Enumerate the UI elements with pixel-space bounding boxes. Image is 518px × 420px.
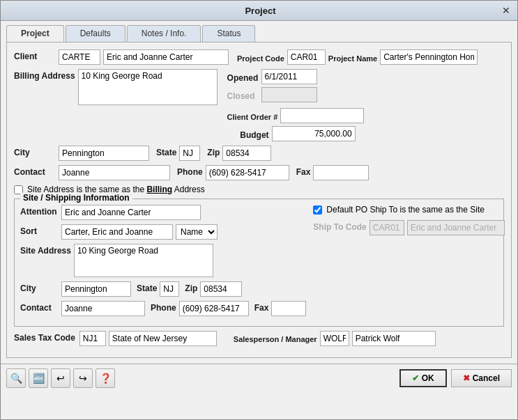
ship-to-code-input[interactable] xyxy=(370,220,404,235)
site-fax-input[interactable] xyxy=(271,301,306,316)
row-contact: Contact Phone Fax xyxy=(14,165,504,180)
label-site-address: Site Address xyxy=(20,244,71,256)
label-sort: Sort xyxy=(20,224,59,236)
label-zip: Zip xyxy=(207,146,220,157)
site-address-input[interactable] xyxy=(74,244,213,277)
label-site-phone: Phone xyxy=(151,301,176,313)
client-order-input[interactable] xyxy=(280,108,364,123)
site-city-input[interactable] xyxy=(61,281,131,297)
site-contact-input[interactable] xyxy=(61,301,145,316)
ok-button[interactable]: ✔ OK xyxy=(399,369,447,387)
project-name-input[interactable] xyxy=(380,49,478,65)
contact-input[interactable] xyxy=(59,165,170,180)
tab-content-project: Client Project Code Project Name Billing… xyxy=(6,42,512,358)
default-po-label: Default PO Ship To is the same as the Si… xyxy=(326,205,485,215)
site-zip-input[interactable] xyxy=(200,281,242,297)
label-project-code: Project Code xyxy=(237,52,284,63)
row-billing: Billing Address document.addEventListene… xyxy=(14,69,504,141)
site-phone-input[interactable] xyxy=(179,301,249,316)
site-state-input[interactable] xyxy=(160,281,179,297)
row-sort: Sort Name Code xyxy=(20,224,306,240)
tab-status[interactable]: Status xyxy=(202,25,255,42)
row-sales: Sales Tax Code Salesperson / Manager xyxy=(14,331,504,346)
city-input[interactable] xyxy=(59,146,149,161)
undo-icon-button[interactable]: ↩ xyxy=(51,368,70,388)
client-name-input[interactable] xyxy=(103,49,229,65)
label-sales-tax-code: Sales Tax Code xyxy=(14,331,75,343)
label-budget: Budget xyxy=(227,128,269,140)
window-title: Project xyxy=(20,6,501,16)
abc-icon-button[interactable]: 🔤 xyxy=(29,368,48,388)
attention-input[interactable] xyxy=(61,205,201,220)
sales-tax-desc-input[interactable] xyxy=(109,331,217,346)
label-contact: Contact xyxy=(14,165,56,177)
sales-tax-code-input[interactable] xyxy=(79,331,106,346)
salesperson-name-input[interactable] xyxy=(352,331,436,346)
label-site-zip: Zip xyxy=(185,281,197,293)
tab-bar: Project Defaults Notes / Info. Status xyxy=(1,21,517,42)
site-group-title: Site / Shipping Information xyxy=(20,193,132,203)
zip-input[interactable] xyxy=(222,146,271,161)
label-site-city: City xyxy=(20,281,59,293)
redo-icon-button[interactable]: ↪ xyxy=(73,368,93,388)
row-city: City State Zip xyxy=(14,146,504,161)
closed-input[interactable] xyxy=(261,87,317,102)
cancel-label: Cancel xyxy=(473,373,500,383)
ok-check-icon: ✔ xyxy=(412,373,419,383)
label-client: Client xyxy=(14,49,56,61)
action-buttons: ✔ OK ✖ Cancel xyxy=(399,369,512,387)
default-po-checkbox[interactable] xyxy=(313,205,322,215)
label-attention: Attention xyxy=(20,205,59,217)
row-site-contact: Contact Phone Fax xyxy=(20,301,306,316)
label-ship-to-code: Ship To Code xyxy=(313,220,366,232)
budget-input[interactable] xyxy=(272,126,356,141)
project-code-input[interactable] xyxy=(287,49,326,65)
fax-input[interactable] xyxy=(313,165,369,180)
label-city: City xyxy=(14,146,56,157)
opened-input[interactable] xyxy=(261,69,317,84)
label-salesperson: Salesperson / Manager xyxy=(234,333,317,344)
label-billing-address: Billing Address xyxy=(14,69,75,81)
row-default-po-checkbox: Default PO Ship To is the same as the Si… xyxy=(313,205,504,215)
cancel-button[interactable]: ✖ Cancel xyxy=(451,369,512,387)
project-window: Project ✕ Project Defaults Notes / Info.… xyxy=(0,0,518,420)
tab-defaults[interactable]: Defaults xyxy=(66,25,125,42)
label-opened: Opened xyxy=(227,71,259,83)
billing-address-input[interactable] xyxy=(78,69,218,105)
row-ship-to: Ship To Code xyxy=(313,220,504,235)
search-icon-button[interactable]: 🔍 xyxy=(6,368,26,388)
sort-input[interactable] xyxy=(61,224,173,240)
label-site-state: State xyxy=(137,281,157,293)
row-site-address: Site Address xyxy=(20,244,306,277)
label-closed: Closed xyxy=(227,89,259,101)
label-site-contact: Contact xyxy=(20,301,59,313)
row-site-city: City State Zip xyxy=(20,281,306,297)
label-project-name: Project Name xyxy=(328,52,377,63)
bottom-bar: 🔍 🔤 ↩ ↪ ❓ ✔ OK ✖ Cancel xyxy=(1,364,517,392)
cancel-x-icon: ✖ xyxy=(463,373,470,383)
row-client: Client Project Code Project Name xyxy=(14,49,504,65)
tab-project[interactable]: Project xyxy=(6,25,64,42)
title-bar: Project ✕ xyxy=(1,1,517,21)
close-button[interactable]: ✕ xyxy=(501,5,512,16)
label-phone: Phone xyxy=(177,165,203,177)
site-shipping-group: Site / Shipping Information Attention So… xyxy=(14,199,504,327)
state-input[interactable] xyxy=(179,146,200,161)
tab-notes[interactable]: Notes / Info. xyxy=(127,25,201,42)
salesperson-code-input[interactable] xyxy=(320,331,349,346)
label-state: State xyxy=(156,146,176,157)
sort-select[interactable]: Name Code xyxy=(176,224,218,240)
phone-input[interactable] xyxy=(206,165,289,180)
ship-to-name-input[interactable] xyxy=(407,220,505,235)
label-client-order: Client Order # xyxy=(227,111,278,121)
ok-label: OK xyxy=(422,373,434,383)
toolbar-icons: 🔍 🔤 ↩ ↪ ❓ xyxy=(6,368,115,388)
label-site-fax: Fax xyxy=(254,301,269,313)
help-icon-button[interactable]: ❓ xyxy=(96,368,115,388)
client-code-input[interactable] xyxy=(59,49,100,65)
row-attention: Attention xyxy=(20,205,306,220)
label-fax: Fax xyxy=(296,165,311,177)
